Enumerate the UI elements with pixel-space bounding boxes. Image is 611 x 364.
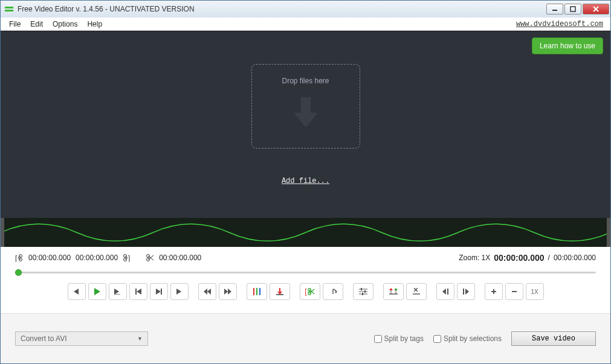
svg-rect-0 — [5, 7, 13, 8]
next-frame-button[interactable] — [170, 283, 189, 300]
svg-rect-3 — [571, 7, 575, 11]
dropdown-icon: ▼ — [137, 336, 143, 342]
maximize-button[interactable] — [564, 4, 581, 14]
position-time: 00:00:00.000 — [159, 254, 201, 262]
svg-rect-52 — [361, 288, 362, 290]
drop-label: Drop files here — [282, 77, 329, 85]
selection-start-time: 00:00:00.000 — [28, 254, 71, 262]
convert-format-select[interactable]: Convert to AVI ▼ — [15, 331, 148, 346]
svg-marker-31 — [156, 289, 161, 295]
cut-start-bracket-icon: [ — [15, 254, 24, 262]
delete-marker-button[interactable] — [406, 283, 427, 300]
cut-in-button[interactable]: [ — [300, 283, 320, 300]
titlebar: Free Video Editor v. 1.4.56 - UNACTIVATE… — [1, 1, 610, 18]
seek-start-button[interactable] — [129, 283, 147, 300]
set-marker-button[interactable] — [270, 283, 290, 300]
svg-text:]: ] — [128, 254, 130, 262]
svg-rect-9 — [1, 218, 4, 247]
waveform-track[interactable] — [1, 218, 610, 247]
svg-marker-25 — [74, 289, 79, 295]
svg-rect-63 — [447, 289, 448, 295]
preview-area: Learn how to use Drop files here Add fil… — [1, 31, 610, 218]
svg-text:[: [ — [15, 254, 18, 262]
svg-marker-48 — [335, 290, 337, 293]
split-by-tags-checkbox[interactable]: Split by tags — [374, 334, 424, 343]
menu-help[interactable]: Help — [82, 19, 107, 30]
rewind-button[interactable] — [198, 283, 216, 300]
svg-marker-30 — [137, 289, 141, 295]
svg-marker-37 — [228, 289, 231, 295]
svg-rect-54 — [362, 293, 363, 295]
svg-marker-34 — [204, 289, 207, 295]
svg-rect-6 — [301, 97, 311, 113]
nudge-left-button[interactable] — [436, 283, 454, 300]
svg-marker-66 — [465, 289, 469, 295]
play-button[interactable] — [88, 283, 106, 300]
total-time: 00:00:00.000 — [554, 254, 596, 262]
convert-format-label: Convert to AVI — [21, 334, 66, 343]
svg-rect-65 — [463, 289, 464, 295]
svg-marker-7 — [294, 113, 318, 127]
seek-slider[interactable] — [15, 269, 596, 276]
minimize-button[interactable] — [546, 4, 563, 14]
svg-marker-33 — [176, 289, 181, 295]
down-arrow-icon — [291, 97, 320, 133]
selection-end-time: 00:00:00.000 — [76, 254, 118, 262]
window-title: Free Video Editor v. 1.4.56 - UNACTIVATE… — [18, 5, 195, 13]
drop-files-zone[interactable]: Drop files here — [251, 64, 360, 148]
play-to-end-button[interactable] — [109, 283, 127, 300]
menu-options[interactable]: Options — [48, 19, 82, 30]
menubar: File Edit Options Help www.dvdvideosoft.… — [1, 18, 610, 31]
zoom-label: Zoom: 1X — [459, 254, 490, 262]
split-button[interactable] — [383, 283, 404, 300]
svg-rect-32 — [161, 289, 162, 295]
svg-marker-35 — [207, 289, 211, 295]
menu-file[interactable]: File — [4, 19, 25, 30]
seek-end-button[interactable] — [150, 283, 168, 300]
save-video-button[interactable]: Save video — [511, 331, 596, 346]
svg-rect-29 — [135, 289, 137, 295]
fast-forward-button[interactable] — [219, 283, 237, 300]
svg-marker-55 — [389, 288, 393, 290]
learn-how-button[interactable]: Learn how to use — [532, 37, 603, 54]
svg-rect-1 — [5, 10, 13, 11]
settings-button[interactable] — [353, 283, 373, 300]
rotate-button[interactable] — [323, 283, 343, 300]
scissors-icon — [146, 254, 154, 262]
svg-marker-56 — [394, 288, 398, 290]
add-file-link[interactable]: Add file... — [282, 177, 329, 185]
color-markers-button[interactable] — [247, 283, 267, 300]
controls-panel: [ 00:00:00.000 00:00:00.000 ] 00:00:00.0… — [1, 247, 610, 313]
app-logo-icon — [4, 4, 14, 14]
seek-handle[interactable] — [15, 269, 22, 276]
prev-frame-button[interactable] — [68, 283, 86, 300]
svg-marker-64 — [442, 289, 446, 295]
footer-bar: Convert to AVI ▼ Split by tags Split by … — [1, 313, 610, 363]
menu-edit[interactable]: Edit — [25, 19, 48, 30]
cut-end-bracket-icon: ] — [123, 254, 131, 262]
close-button[interactable] — [583, 4, 609, 14]
current-time: 00:00:00.000 — [494, 253, 544, 263]
svg-rect-53 — [364, 290, 366, 293]
nudge-right-button[interactable] — [457, 283, 475, 300]
split-by-selections-checkbox[interactable]: Split by selections — [433, 334, 502, 343]
svg-rect-10 — [607, 218, 610, 247]
zoom-level-button[interactable]: 1X — [526, 283, 544, 300]
zoom-out-button[interactable] — [505, 283, 523, 300]
svg-marker-26 — [94, 288, 100, 295]
zoom-in-button[interactable] — [485, 283, 503, 300]
website-link[interactable]: www.dvdvideosoft.com — [516, 20, 607, 28]
svg-marker-36 — [224, 289, 228, 295]
svg-marker-27 — [114, 289, 119, 295]
